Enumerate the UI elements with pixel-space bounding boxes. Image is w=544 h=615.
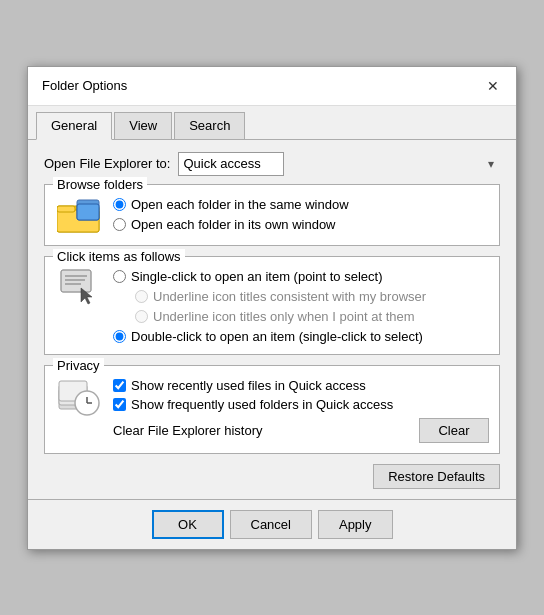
show-recent-files-option[interactable]: Show recently used files in Quick access — [113, 378, 489, 393]
underline-browser-label: Underline icon titles consistent with my… — [153, 289, 426, 304]
main-content: Open File Explorer to: Quick access This… — [28, 140, 516, 499]
privacy-group: Privacy — [44, 365, 500, 454]
svg-rect-4 — [77, 204, 99, 220]
clear-history-label: Clear File Explorer history — [113, 423, 263, 438]
close-button[interactable]: ✕ — [482, 75, 504, 97]
restore-row: Restore Defaults — [44, 464, 500, 489]
double-click-radio[interactable] — [113, 330, 126, 343]
open-file-explorer-select[interactable]: Quick access This PC — [178, 152, 284, 176]
privacy-options: Show recently used files in Quick access… — [113, 378, 489, 443]
tab-search[interactable]: Search — [174, 112, 245, 139]
title-bar: Folder Options ✕ — [28, 67, 516, 106]
click-items-icon — [55, 269, 103, 307]
browse-folders-content: Open each folder in the same window Open… — [55, 197, 489, 235]
browse-folders-options: Open each folder in the same window Open… — [113, 197, 349, 232]
underline-point-option[interactable]: Underline icon titles only when I point … — [135, 309, 426, 324]
single-click-option[interactable]: Single-click to open an item (point to s… — [113, 269, 426, 284]
browse-same-window-label: Open each folder in the same window — [131, 197, 349, 212]
cancel-button[interactable]: Cancel — [230, 510, 312, 539]
browse-own-window-radio[interactable] — [113, 218, 126, 231]
privacy-content: Show recently used files in Quick access… — [55, 378, 489, 443]
clear-button[interactable]: Clear — [419, 418, 489, 443]
show-frequent-folders-option[interactable]: Show frequently used folders in Quick ac… — [113, 397, 489, 412]
apply-button[interactable]: Apply — [318, 510, 393, 539]
browse-folders-icon — [55, 197, 103, 235]
privacy-icon — [55, 378, 103, 416]
open-file-explorer-label: Open File Explorer to: — [44, 156, 170, 171]
underline-browser-radio[interactable] — [135, 290, 148, 303]
click-items-group: Click items as follows — [44, 256, 500, 355]
browse-own-window-label: Open each folder in its own window — [131, 217, 336, 232]
svg-rect-2 — [57, 206, 75, 212]
privacy-group-label: Privacy — [53, 358, 104, 373]
underline-browser-option[interactable]: Underline icon titles consistent with my… — [135, 289, 426, 304]
dialog-title: Folder Options — [42, 78, 127, 93]
browse-same-window-option[interactable]: Open each folder in the same window — [113, 197, 349, 212]
show-frequent-folders-checkbox[interactable] — [113, 398, 126, 411]
underline-point-radio[interactable] — [135, 310, 148, 323]
clear-history-row: Clear File Explorer history Clear — [113, 418, 489, 443]
click-items-content: Single-click to open an item (point to s… — [55, 269, 489, 344]
single-click-label: Single-click to open an item (point to s… — [131, 269, 382, 284]
double-click-label: Double-click to open an item (single-cli… — [131, 329, 423, 344]
open-file-explorer-select-wrapper: Quick access This PC — [178, 152, 500, 176]
show-recent-files-label: Show recently used files in Quick access — [131, 378, 366, 393]
tab-view[interactable]: View — [114, 112, 172, 139]
browse-own-window-option[interactable]: Open each folder in its own window — [113, 217, 349, 232]
restore-defaults-button[interactable]: Restore Defaults — [373, 464, 500, 489]
single-click-radio[interactable] — [113, 270, 126, 283]
click-items-options: Single-click to open an item (point to s… — [113, 269, 426, 344]
underline-point-label: Underline icon titles only when I point … — [153, 309, 415, 324]
show-recent-files-checkbox[interactable] — [113, 379, 126, 392]
show-frequent-folders-label: Show frequently used folders in Quick ac… — [131, 397, 393, 412]
ok-button[interactable]: OK — [152, 510, 224, 539]
browse-folders-group: Browse folders Open — [44, 184, 500, 246]
tabs-container: General View Search — [28, 106, 516, 140]
double-click-option[interactable]: Double-click to open an item (single-cli… — [113, 329, 426, 344]
open-file-explorer-row: Open File Explorer to: Quick access This… — [44, 152, 500, 176]
tab-general[interactable]: General — [36, 112, 112, 140]
bottom-bar: OK Cancel Apply — [28, 499, 516, 549]
browse-folders-label: Browse folders — [53, 177, 147, 192]
svg-rect-5 — [61, 270, 91, 292]
browse-same-window-radio[interactable] — [113, 198, 126, 211]
click-items-label: Click items as follows — [53, 249, 185, 264]
folder-options-dialog: Folder Options ✕ General View Search Ope… — [27, 66, 517, 550]
